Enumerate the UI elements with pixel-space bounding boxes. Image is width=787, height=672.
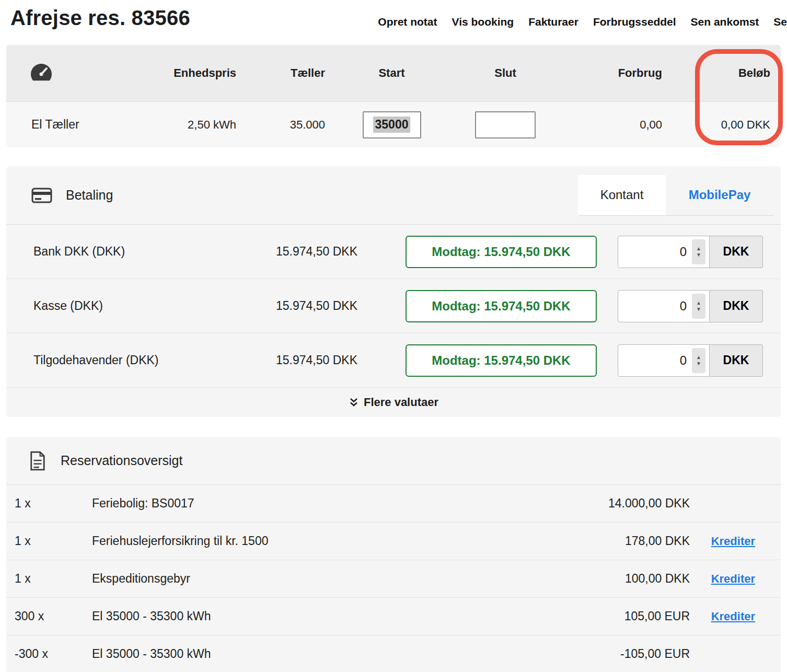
meter-beloeb: 0,00 DKK [673, 118, 781, 132]
line-description: El 35000 - 35300 kWh [92, 609, 533, 623]
payment-section: Betaling Kontant MobilePay Bank DKK (DKK… [6, 166, 781, 417]
start-input-value: 35000 [373, 117, 411, 133]
payment-row-bank: Bank DKK (DKK) 15.974,50 DKK Modtag: 15.… [6, 225, 781, 279]
start-input[interactable]: 35000 [363, 111, 421, 138]
payment-row-kasse: Kasse (DKK) 15.974,50 DKK Modtag: 15.974… [6, 279, 781, 333]
line-qty: 1 x [15, 572, 92, 586]
reservation-section: Reservationsoversigt 1 x Feriebolig: BS0… [6, 437, 781, 672]
currency-button[interactable]: DKK [710, 344, 763, 377]
receive-full-amount-button[interactable]: Modtag: 15.974,50 DKK [406, 290, 597, 322]
nav-opret-notat[interactable]: Opret notat [378, 16, 437, 28]
reservation-header: Reservationsoversigt [6, 437, 781, 485]
meter-forbrug: 0,00 [563, 118, 673, 132]
col-forbrug: Forbrug [563, 66, 673, 80]
krediter-link[interactable]: Krediter [711, 610, 755, 623]
payment-due-amount: 15.974,50 DKK [242, 299, 389, 313]
amount-stepper[interactable]: ▲▼ [692, 239, 705, 264]
meter-taeller: 35.000 [247, 118, 335, 132]
amount-input-value: 0 [680, 245, 687, 259]
amount-input-value: 0 [680, 299, 687, 314]
nav-fakturaer[interactable]: Fakturaer [528, 16, 578, 28]
line-qty: -300 x [15, 647, 92, 661]
payment-header: Betaling Kontant MobilePay [6, 166, 781, 225]
meter-name: El Tæller [6, 118, 147, 132]
reservation-line-item: 1 x Feriehuslejerforsikring til kr. 1500… [6, 523, 781, 560]
reservation-line-item: 1 x Feriebolig: BS0017 14.000,00 DKK [6, 485, 781, 523]
double-chevron-down-icon [349, 397, 359, 408]
line-qty: 1 x [15, 496, 92, 511]
more-currencies-toggle[interactable]: Flere valutaer [6, 388, 781, 417]
nav-forbrugsseddel[interactable]: Forbrugsseddel [593, 16, 676, 28]
currency-button[interactable]: DKK [710, 290, 763, 322]
amount-stepper[interactable]: ▲▼ [692, 294, 705, 319]
payment-tabs: Kontant MobilePay [578, 175, 773, 216]
reservation-title: Reservationsoversigt [61, 453, 182, 468]
receive-full-amount-button[interactable]: Modtag: 15.974,50 DKK [406, 344, 597, 377]
tab-kontant[interactable]: Kontant [578, 175, 666, 215]
col-enhedspris: Enhedspris [147, 66, 247, 80]
nav-sen-ankomst[interactable]: Sen ankomst [691, 16, 759, 28]
meter-data-row: El Tæller 2,50 kWh 35.000 35000 0,00 0,0… [6, 101, 781, 147]
meter-enhedspris: 2,50 kWh [147, 118, 247, 132]
payment-due-amount: 15.974,50 DKK [242, 353, 389, 367]
page-title: Afrejse res. 83566 [10, 6, 190, 30]
line-description: Feriebolig: BS0017 [92, 496, 533, 511]
krediter-link[interactable]: Krediter [711, 572, 755, 585]
document-icon [29, 451, 46, 471]
amount-stepper[interactable]: ▲▼ [692, 348, 705, 373]
line-amount: 178,00 DKK [533, 534, 690, 548]
payment-row-tilgodehavender: Tilgodehavender (DKK) 15.974,50 DKK Modt… [6, 333, 781, 388]
col-taeller: Tæller [247, 66, 335, 80]
reservation-line-item: 300 x El 35000 - 35300 kWh 105,00 EUR Kr… [6, 598, 781, 635]
krediter-link[interactable]: Krediter [711, 535, 755, 548]
line-amount: -105,00 EUR [533, 647, 690, 661]
gauge-icon [29, 62, 53, 82]
amount-input[interactable]: 0 ▲▼ [618, 236, 710, 268]
slut-input[interactable] [475, 111, 536, 138]
currency-button[interactable]: DKK [710, 236, 763, 268]
payment-title: Betaling [66, 188, 113, 203]
receive-full-amount-button[interactable]: Modtag: 15.974,50 DKK [406, 236, 597, 268]
line-description: Feriehuslejerforsikring til kr. 1500 [92, 534, 533, 548]
col-slut: Slut [448, 66, 563, 80]
reservation-line-item: 1 x Ekspeditionsgebyr 100,00 DKK Kredite… [6, 560, 781, 598]
payment-method-label: Tilgodehavender (DKK) [33, 353, 242, 367]
reservation-line-item: -300 x El 35000 - 35300 kWh -105,00 EUR [6, 635, 781, 672]
meter-section: Enhedspris Tæller Start Slut Forbrug Bel… [6, 45, 781, 147]
line-amount: 105,00 EUR [533, 609, 690, 623]
credit-card-icon [31, 188, 52, 203]
payment-method-label: Bank DKK (DKK) [33, 245, 242, 259]
col-start: Start [335, 66, 448, 80]
top-nav: Opret notat Vis booking Fakturaer Forbru… [378, 16, 787, 28]
amount-input[interactable]: 0 ▲▼ [618, 344, 710, 377]
line-qty: 300 x [15, 609, 92, 623]
line-amount: 100,00 DKK [533, 572, 690, 586]
line-amount: 14.000,00 DKK [533, 496, 690, 511]
payment-due-amount: 15.974,50 DKK [242, 245, 389, 259]
nav-vis-booking[interactable]: Vis booking [452, 16, 514, 28]
amount-input[interactable]: 0 ▲▼ [618, 290, 710, 322]
payment-method-label: Kasse (DKK) [33, 299, 242, 313]
tab-mobilepay[interactable]: MobilePay [666, 175, 773, 215]
more-currencies-label: Flere valutaer [364, 396, 438, 409]
line-description: El 35000 - 35300 kWh [92, 647, 533, 661]
line-qty: 1 x [15, 534, 92, 548]
amount-input-value: 0 [680, 353, 687, 368]
col-beloeb: Beløb [673, 66, 781, 80]
line-description: Ekspeditionsgebyr [92, 572, 533, 586]
nav-se-truncated[interactable]: Se [773, 16, 787, 28]
top-bar: Afrejse res. 83566 Opret notat Vis booki… [0, 0, 787, 40]
meter-header-row: Enhedspris Tæller Start Slut Forbrug Bel… [6, 45, 781, 101]
